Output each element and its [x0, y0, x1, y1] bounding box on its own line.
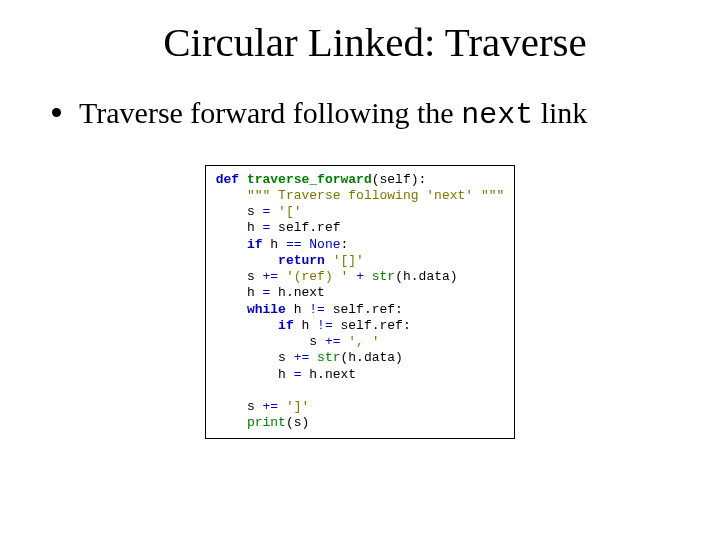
l09b: self.ref:	[325, 302, 403, 317]
l07pluseq: +=	[262, 269, 278, 284]
slide-title: Circular Linked: Traverse	[60, 18, 690, 66]
bullet-text-code: next	[461, 98, 533, 132]
l12strfn: str	[317, 350, 340, 365]
l07e: (h.data)	[395, 269, 457, 284]
fn-name: traverse_forward	[247, 172, 372, 187]
l06str: '[]'	[333, 253, 364, 268]
l11str: ', '	[348, 334, 379, 349]
l08a: h	[247, 285, 263, 300]
l13eq: =	[294, 367, 302, 382]
l05a: h	[262, 237, 285, 252]
code-box-wrap: def traverse_forward(self): """ Traverse…	[30, 165, 690, 439]
l15str: ']'	[286, 399, 309, 414]
l10a: h	[294, 318, 317, 333]
l09a: h	[286, 302, 309, 317]
l11a: s	[309, 334, 325, 349]
fn-print: print	[247, 415, 286, 430]
l16a: (s)	[286, 415, 309, 430]
kw-if2: if	[278, 318, 294, 333]
l03str: '['	[278, 204, 301, 219]
l15a: s	[247, 399, 263, 414]
l13b: h.next	[302, 367, 357, 382]
bullet-text-pre: Traverse forward following the	[79, 96, 461, 129]
l15b	[278, 399, 286, 414]
l15pluseq: +=	[262, 399, 278, 414]
bullet-dot-icon	[52, 108, 61, 117]
l06sp	[325, 253, 333, 268]
l07b	[278, 269, 286, 284]
l03a: s	[247, 204, 263, 219]
l07str: '(ref) '	[286, 269, 348, 284]
l11pluseq: +=	[325, 334, 341, 349]
l10neq: !=	[317, 318, 333, 333]
l03b	[270, 204, 278, 219]
l08b: h.next	[270, 285, 325, 300]
kw-return: return	[278, 253, 325, 268]
l05c: :	[341, 237, 349, 252]
kw-while: while	[247, 302, 286, 317]
l05eqeq: ==	[286, 237, 302, 252]
l07c	[348, 269, 356, 284]
kw-def: def	[216, 172, 239, 187]
slide: Circular Linked: Traverse Traverse forwa…	[0, 0, 720, 540]
kw-if: if	[247, 237, 263, 252]
bullet-item: Traverse forward following the next link	[52, 94, 680, 135]
l04a: h	[247, 220, 263, 235]
kw-none: None	[309, 237, 340, 252]
code-box: def traverse_forward(self): """ Traverse…	[205, 165, 516, 439]
docstring: """ Traverse following 'next' """	[247, 188, 504, 203]
l12a: s	[278, 350, 294, 365]
bullet-text-post: link	[533, 96, 587, 129]
l07plus: +	[356, 269, 364, 284]
l07a: s	[247, 269, 263, 284]
l09neq: !=	[309, 302, 325, 317]
l13a: h	[278, 367, 294, 382]
l12b	[309, 350, 317, 365]
l07strfn: str	[372, 269, 395, 284]
l12pluseq: +=	[294, 350, 310, 365]
l07d	[364, 269, 372, 284]
bullet-text: Traverse forward following the next link	[79, 94, 587, 135]
fn-params: (self):	[372, 172, 427, 187]
l12c: (h.data)	[341, 350, 403, 365]
l04b: self.ref	[270, 220, 340, 235]
l10b: self.ref:	[333, 318, 411, 333]
